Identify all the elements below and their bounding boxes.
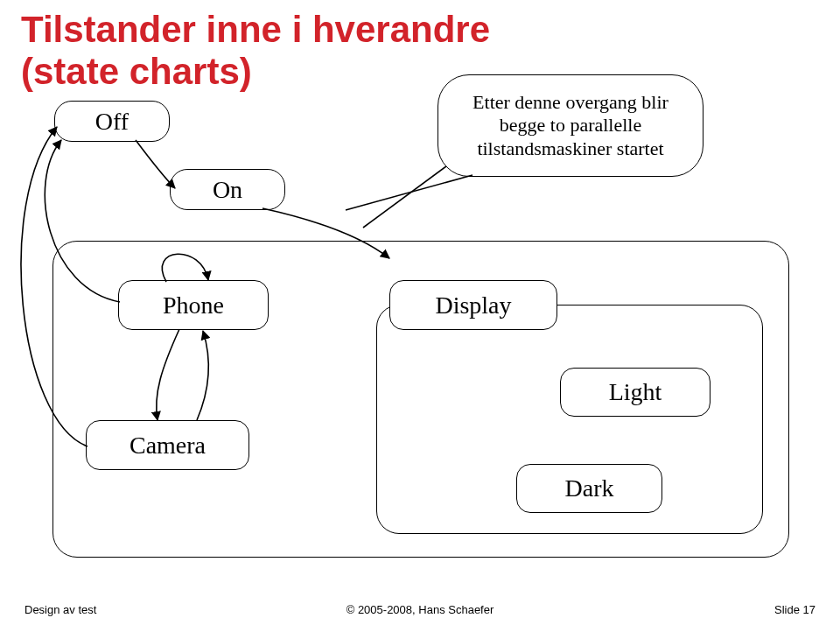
state-dark: Dark (516, 464, 662, 513)
footer-right: Slide 17 (774, 603, 816, 616)
title-line2: (state charts) (21, 51, 252, 92)
state-light-label: Light (609, 378, 662, 406)
state-camera-label: Camera (130, 432, 206, 460)
footer-center: © 2005-2008, Hans Schaefer (0, 603, 840, 616)
edge-off-to-on (136, 140, 175, 188)
state-display-label: Display (435, 291, 511, 320)
callout-tail-2 (346, 175, 472, 210)
slide: Tilstander inne i hverandre (state chart… (0, 0, 840, 632)
state-light: Light (560, 368, 710, 417)
title-line1: Tilstander inne i hverandre (21, 9, 490, 50)
state-phone: Phone (118, 280, 269, 330)
callout-line1: Etter denne overgang blir (461, 91, 680, 114)
state-dark-label: Dark (565, 474, 614, 502)
state-on-label: On (213, 176, 242, 204)
callout: Etter denne overgang blir begge to paral… (438, 74, 704, 177)
callout-line3: tilstandsmaskiner startet (461, 137, 680, 160)
slide-title: Tilstander inne i hverandre (state chart… (21, 9, 490, 94)
state-display: Display (389, 280, 557, 330)
state-on: On (170, 169, 285, 210)
state-camera: Camera (86, 420, 249, 470)
callout-tail-1 (363, 166, 446, 228)
callout-line2: begge to parallelle (461, 114, 680, 137)
state-off: Off (54, 101, 170, 142)
state-off-label: Off (95, 108, 129, 136)
state-phone-label: Phone (163, 291, 224, 320)
